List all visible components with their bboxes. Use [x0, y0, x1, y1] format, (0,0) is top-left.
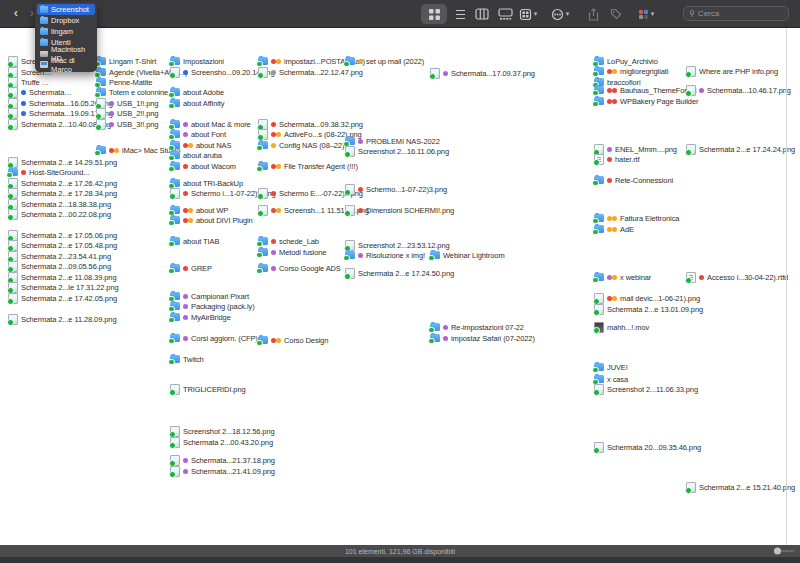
file-item[interactable]: Schermata 2...e 17.05.48.png: [8, 240, 117, 250]
slider-knob[interactable]: [774, 548, 781, 555]
menu-item-lingam[interactable]: lingam: [37, 26, 95, 37]
file-item[interactable]: USB_3!!.png: [96, 119, 158, 129]
file-item[interactable]: Schermata 2...e 11.28.09.png: [8, 314, 116, 324]
file-item[interactable]: about Font: [170, 129, 226, 139]
file-item[interactable]: Screenshot 2...18.12.56.png: [170, 426, 275, 436]
file-item[interactable]: Corso Google ADS: [258, 263, 341, 273]
file-item[interactable]: Schermata 2...e 17.28.34.png: [8, 188, 117, 198]
file-item[interactable]: Schermata 2...e 17.26.42.png: [8, 178, 117, 188]
back-button[interactable]: ‹: [8, 5, 24, 21]
file-item[interactable]: Schermata 2...e 17.42.05.png: [8, 293, 117, 303]
file-item[interactable]: Schermata 2...e 17.24.50.png: [345, 268, 454, 278]
file-item[interactable]: TRIGLICERIDI.png: [170, 384, 246, 394]
share-button[interactable]: [583, 4, 603, 24]
file-item[interactable]: mail devic...1-06-21).png: [594, 293, 700, 303]
file-item[interactable]: about WP: [170, 205, 228, 215]
file-item[interactable]: impostaz Safari (07-2022): [430, 333, 535, 343]
file-item[interactable]: PROBLEMI NAS-2022: [345, 136, 440, 146]
file-item[interactable]: MyAirBridge: [170, 312, 231, 322]
file-item[interactable]: Fattura Elettronica: [594, 213, 679, 223]
file-item[interactable]: mahh...!.mov: [594, 322, 649, 332]
file-item[interactable]: ENEL_Mmm....png: [594, 144, 677, 154]
file-item[interactable]: x casa: [594, 374, 628, 384]
column-view-button[interactable]: [471, 4, 493, 24]
file-item[interactable]: Schermata 20...09.35.46.png: [594, 442, 701, 452]
file-item[interactable]: about TRI-BackUp: [170, 178, 243, 188]
file-item[interactable]: Totem e colonnine: [96, 87, 168, 97]
file-item[interactable]: Schermata...21.41.09.png: [170, 466, 275, 476]
file-item[interactable]: Schermata...09.38.32.png: [258, 119, 363, 129]
file-item[interactable]: Campionari Pixart: [170, 291, 249, 301]
file-item[interactable]: Schermata...10.46.17.png: [686, 85, 791, 95]
file-item[interactable]: Truffe …: [8, 77, 49, 87]
file-item[interactable]: JUVE!: [594, 362, 628, 372]
file-item[interactable]: set up mail (2022): [345, 56, 424, 66]
file-item[interactable]: Schermata…: [8, 87, 72, 97]
file-item[interactable]: Risoluzione x img!: [345, 250, 425, 260]
file-item[interactable]: Schermata 2...e 17.24.24.png: [686, 144, 795, 154]
group-by-button[interactable]: ▾: [514, 4, 542, 24]
list-view-button[interactable]: [449, 4, 471, 24]
file-item[interactable]: Screenshot 2...16.11.06.png: [345, 146, 449, 156]
file-item[interactable]: Twitch: [170, 354, 204, 364]
file-item[interactable]: Screenshot 2...23.53.12.png: [345, 240, 450, 250]
file-item[interactable]: Accesso i...30-04-22).rtfd: [686, 272, 788, 282]
file-item[interactable]: schede_Lab: [258, 236, 319, 246]
file-item[interactable]: Schermata 2...e 11.08.39.png: [8, 272, 116, 282]
file-item[interactable]: about Mac & more: [170, 119, 251, 129]
file-item[interactable]: AdE: [594, 224, 634, 234]
file-item[interactable]: Schermata 2...le 17.31.22.png: [8, 282, 119, 292]
file-item[interactable]: USB_1!!.png: [96, 98, 158, 108]
file-item[interactable]: Schermata 2...09.05.56.png: [8, 261, 111, 271]
file-item[interactable]: Impostazioni: [170, 56, 224, 66]
file-item[interactable]: Schermata 2...00.43.20.png: [170, 437, 273, 447]
menu-item-imac-di-marco[interactable]: iMac di Marco: [37, 59, 95, 70]
file-item[interactable]: Lingam T-Shirt: [96, 56, 156, 66]
file-item[interactable]: about DIVI Plugin: [170, 215, 253, 225]
file-item[interactable]: Schermata...17.09.37.png: [430, 68, 535, 78]
file-item[interactable]: hater.rtf: [594, 154, 640, 164]
file-item[interactable]: Packaging (pack.ly): [170, 301, 255, 311]
file-item[interactable]: about Wacom: [170, 161, 236, 171]
file-item[interactable]: Webinar Lightroom: [430, 250, 505, 260]
tag-button[interactable]: [606, 4, 626, 24]
file-item[interactable]: Dimensioni SCHERMI!.png: [345, 205, 454, 215]
extensions-button[interactable]: ▾: [633, 4, 659, 24]
file-item[interactable]: about NAS: [170, 140, 231, 150]
file-item[interactable]: Corso Design: [258, 335, 328, 345]
file-item[interactable]: Screenshot 2...11.06.33.png: [594, 384, 698, 394]
file-item[interactable]: about TIAB: [170, 236, 219, 246]
file-item[interactable]: Schermata...22.12.47.png: [258, 67, 363, 77]
file-item[interactable]: Config NAS (08–22): [258, 140, 344, 150]
file-item[interactable]: Metodi fusione: [258, 247, 326, 257]
file-item[interactable]: Bauhaus_ThemeForest: [594, 85, 696, 95]
file-item[interactable]: GREP: [170, 263, 212, 273]
file-item[interactable]: Schermo...1-07-22)3.png: [345, 184, 447, 194]
file-item[interactable]: Schermata 2...e 15.21.40.png: [686, 482, 795, 492]
action-menu-button[interactable]: ▾: [546, 4, 574, 24]
file-item[interactable]: LoPuy_Archivio: [594, 56, 658, 66]
file-item[interactable]: Penne-Matite: [96, 77, 152, 87]
file-item[interactable]: x webinar: [594, 272, 651, 282]
file-item[interactable]: USB_2!!.png: [96, 108, 158, 118]
file-item[interactable]: Schermata 2...e 13.01.09.png: [594, 304, 703, 314]
file-item[interactable]: Corsi aggiorn. (CFP): [170, 333, 258, 343]
file-item[interactable]: Schermata 2...23.54.41.png: [8, 251, 111, 261]
file-item[interactable]: Schermata 2...00.22.08.png: [8, 209, 111, 219]
search-input[interactable]: ⚲ Cerca: [683, 6, 789, 21]
file-item[interactable]: Schermata...21.37.18.png: [170, 455, 275, 465]
file-item[interactable]: File Transfer Agent (!!!): [258, 161, 358, 171]
file-item[interactable]: miglioregrigliati: [594, 66, 668, 76]
menu-item-dropbox[interactable]: Dropbox: [37, 15, 95, 26]
icon-view-button[interactable]: [421, 4, 447, 24]
file-item[interactable]: about Affinity: [170, 98, 224, 108]
file-item[interactable]: WPBakery Page Builder: [594, 96, 698, 106]
file-item[interactable]: Host-SiteGround...: [8, 167, 89, 177]
file-item[interactable]: Where are PHP info.png: [686, 66, 778, 76]
file-item[interactable]: about Adobe: [170, 87, 224, 97]
file-item[interactable]: about aruba: [170, 150, 222, 160]
file-item[interactable]: Re-impostazioni 07-22: [430, 322, 524, 332]
file-item[interactable]: Schermata 2...e 17.05.06.png: [8, 230, 117, 240]
file-item[interactable]: Rete-Connessioni: [594, 175, 673, 185]
menu-item-screenshot[interactable]: Screenshot: [37, 4, 95, 15]
